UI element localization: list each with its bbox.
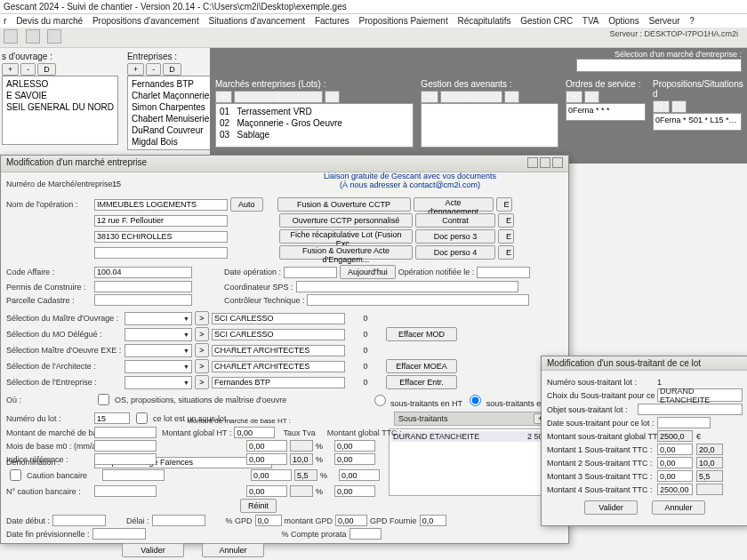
avenants-list[interactable] bbox=[421, 103, 558, 148]
menu-item[interactable]: Propositions Paiement bbox=[359, 16, 448, 26]
list-item[interactable]: DuRand Couvreur bbox=[130, 124, 211, 136]
prop-item[interactable]: 0Ferna * S01 * L15 * mars bbox=[653, 113, 742, 131]
os-checkbox[interactable] bbox=[98, 394, 109, 405]
menu-item[interactable]: Factures bbox=[315, 16, 349, 26]
minus-button[interactable]: - bbox=[20, 63, 36, 76]
menu-item[interactable]: Gestion CRC bbox=[520, 16, 573, 26]
list-item[interactable]: 02 Maçonnerie - Gros Oeuvre bbox=[218, 117, 411, 129]
minus-button[interactable]: - bbox=[234, 91, 323, 103]
toolbar-icon[interactable] bbox=[47, 29, 61, 44]
sel-value[interactable] bbox=[212, 377, 345, 388]
val-input[interactable] bbox=[234, 427, 275, 438]
st-m-input[interactable] bbox=[657, 484, 693, 495]
ctrl-input[interactable] bbox=[307, 294, 529, 306]
ordre-item[interactable]: 0Ferna * * * bbox=[566, 103, 646, 121]
mgpd-input[interactable] bbox=[335, 515, 367, 526]
st-m-input[interactable] bbox=[657, 457, 693, 468]
mois-input[interactable] bbox=[94, 440, 157, 452]
caution-checkbox[interactable] bbox=[10, 469, 21, 481]
minus-button[interactable]: - bbox=[504, 91, 519, 103]
toolbar-icon[interactable] bbox=[26, 29, 40, 44]
e-button[interactable]: E bbox=[498, 213, 514, 228]
op-input[interactable] bbox=[94, 247, 228, 259]
minus-button[interactable]: - bbox=[325, 91, 340, 103]
permis-input[interactable] bbox=[94, 281, 192, 292]
st-objet-input[interactable] bbox=[638, 404, 743, 415]
doc-button[interactable]: Ouverture CCTP personnalisé bbox=[279, 213, 413, 228]
toolbar-icon[interactable] bbox=[4, 29, 18, 44]
val-input[interactable] bbox=[334, 453, 375, 465]
sel-combo[interactable]: ▼ bbox=[124, 312, 192, 325]
date-op-input[interactable] bbox=[284, 267, 337, 278]
list-item[interactable]: Charlet Maçonnerie bbox=[130, 90, 211, 101]
st-m-input[interactable] bbox=[657, 470, 693, 482]
arrow-button[interactable]: > bbox=[195, 375, 209, 389]
mnt-input[interactable] bbox=[94, 427, 157, 438]
val-input[interactable] bbox=[334, 440, 375, 452]
effacer-button[interactable]: Effacer MOEA bbox=[386, 359, 457, 373]
effacer-button[interactable]: Effacer Entr. bbox=[386, 375, 457, 389]
arrow-button[interactable]: > bbox=[195, 311, 209, 325]
menu-item[interactable]: Devis du marché bbox=[16, 16, 83, 26]
sel-value[interactable] bbox=[212, 345, 345, 356]
menu-item[interactable]: Options bbox=[608, 16, 639, 26]
list-item[interactable]: SEIL GENERAL DU NORD bbox=[4, 101, 116, 113]
close-icon[interactable] bbox=[552, 157, 563, 168]
coord-input[interactable] bbox=[296, 281, 518, 292]
sel-combo[interactable]: ▼ bbox=[124, 360, 192, 373]
op-input[interactable] bbox=[94, 199, 228, 211]
plus-button[interactable]: + bbox=[2, 63, 19, 76]
auto-button[interactable]: Auto bbox=[230, 197, 263, 212]
val-input[interactable] bbox=[334, 485, 375, 497]
valider-button[interactable]: Valider bbox=[122, 543, 184, 557]
doc-button[interactable]: Fiche récapitulative Lot (Fusion Exc... bbox=[279, 229, 413, 244]
st-list[interactable]: DURAND ETANCHEITE2 500,00 bbox=[389, 428, 563, 496]
date-fin-input[interactable] bbox=[92, 528, 146, 540]
annuler-button[interactable]: Annuler bbox=[202, 543, 264, 557]
parcelle-input[interactable] bbox=[94, 294, 192, 306]
sel-combo[interactable]: ▼ bbox=[124, 328, 192, 341]
e-button[interactable]: E bbox=[498, 229, 514, 244]
lots-list[interactable]: 01 Terrassement VRD 02 Maçonnerie - Gros… bbox=[215, 103, 414, 148]
e-button[interactable]: E bbox=[498, 245, 514, 260]
ncaution-input[interactable] bbox=[94, 485, 157, 497]
sel-marche-combo[interactable]: ▼ bbox=[576, 59, 742, 72]
menu-item[interactable]: Propositions d'avancement bbox=[92, 16, 199, 26]
menu-item[interactable]: Récapitulatifs bbox=[457, 16, 510, 26]
menu-item[interactable]: TVA bbox=[582, 16, 599, 26]
plus-button[interactable]: + bbox=[215, 91, 232, 103]
menu-item[interactable]: r bbox=[4, 16, 6, 26]
minus-button[interactable]: - bbox=[671, 100, 687, 113]
d-button[interactable]: D bbox=[163, 63, 181, 76]
doc-button[interactable]: Doc perso 4 bbox=[415, 245, 495, 260]
val-input[interactable] bbox=[339, 469, 380, 481]
menu-item[interactable]: ? bbox=[689, 16, 695, 26]
val-input[interactable] bbox=[246, 440, 287, 452]
doc-button[interactable]: Fusion & Ouverture Acte d'Engagem... bbox=[279, 245, 413, 260]
plus-button[interactable]: + bbox=[566, 91, 582, 103]
val-input[interactable] bbox=[246, 485, 287, 497]
menu-item[interactable]: Situations d'avancement bbox=[208, 16, 305, 26]
effacer-button[interactable]: Effacer MOD bbox=[386, 327, 457, 341]
ent-list[interactable]: Fernandes BTP Charlet Maçonnerie Simon C… bbox=[127, 76, 213, 150]
arrow-button[interactable]: > bbox=[195, 343, 209, 357]
reinit-button[interactable]: Réinit bbox=[240, 499, 277, 513]
indice-input[interactable] bbox=[94, 453, 157, 465]
st-m-input[interactable] bbox=[657, 444, 693, 455]
valider-button[interactable]: Valider bbox=[584, 500, 638, 515]
caution-input[interactable] bbox=[102, 469, 165, 481]
gpd-input[interactable] bbox=[255, 515, 282, 526]
list-item[interactable]: E SAVOIE bbox=[4, 90, 116, 101]
arrow-button[interactable]: > bbox=[195, 327, 209, 341]
st-row[interactable]: DURAND ETANCHEITE2 500,00 bbox=[391, 431, 560, 442]
sel-value[interactable] bbox=[212, 361, 345, 372]
compte-input[interactable] bbox=[349, 528, 382, 540]
list-item[interactable]: Simon Charpentes bbox=[130, 101, 211, 113]
gpdf-input[interactable] bbox=[420, 515, 446, 526]
list-item[interactable]: Migdal Bois bbox=[130, 136, 211, 148]
e-button[interactable]: E bbox=[496, 197, 512, 212]
maximize-icon[interactable] bbox=[540, 157, 550, 168]
today-button[interactable]: Aujourd'hui bbox=[340, 265, 396, 279]
minimize-icon[interactable] bbox=[527, 157, 538, 168]
doc-button[interactable]: Contrat bbox=[415, 213, 495, 228]
